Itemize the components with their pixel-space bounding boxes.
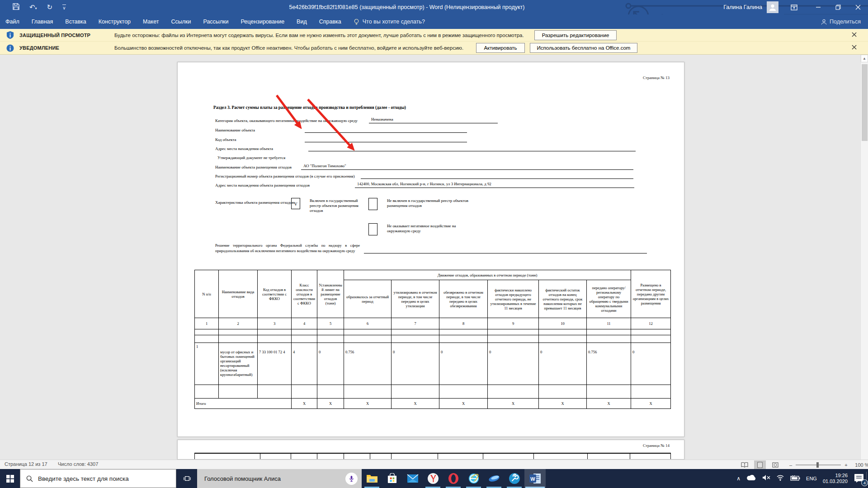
mail-icon[interactable] — [402, 469, 423, 488]
tab-references[interactable]: Ссылки — [171, 19, 191, 25]
minimize-button[interactable] — [808, 0, 828, 14]
activate-button[interactable]: Активировать — [476, 43, 525, 53]
customize-qat-icon[interactable]: ∨ — [62, 5, 66, 10]
scrollbar-thumb[interactable] — [862, 64, 868, 141]
notification-bar: УВЕДОМЛЕНИЕ Большинство возможностей отк… — [0, 42, 868, 55]
microphone-icon[interactable] — [345, 473, 358, 485]
volume-muted-icon[interactable] — [762, 474, 770, 483]
search-input[interactable] — [38, 475, 160, 482]
task-view-icon[interactable] — [177, 469, 197, 488]
save-icon[interactable] — [13, 3, 19, 11]
field-approving-doc: Утверждающий документ не требуется — [178, 155, 675, 162]
action-center-icon[interactable]: 4 — [854, 473, 865, 484]
tab-insert[interactable]: Вставка — [65, 19, 86, 25]
col-header-2: Наименование вида отходов — [219, 270, 258, 318]
microsoft-store-icon[interactable] — [382, 469, 402, 488]
web-layout-icon[interactable] — [769, 460, 781, 469]
table-header-row: N п/п Наименование вида отходов Код отхо… — [195, 270, 671, 280]
avatar[interactable] — [767, 1, 778, 13]
zoom-in-icon[interactable]: + — [844, 462, 847, 468]
window-title: 5e426b39f1fbc82f1f081e85 (защищенный про… — [136, 0, 678, 14]
protected-view-text: Будьте осторожны: файлы из Интернета мог… — [114, 33, 524, 38]
col-header-10: фактический остаток отходов на конец отч… — [539, 280, 587, 318]
col-header-1: N п/п — [195, 270, 219, 318]
tab-design[interactable]: Конструктор — [99, 19, 131, 25]
word-count[interactable]: Число слов: 4307 — [58, 461, 98, 467]
field-category-value: Неназначена — [369, 117, 498, 123]
field-facility-name-value: АО "Полигон Тимохово" — [301, 164, 633, 170]
onedrive-cloud-icon[interactable] — [746, 474, 756, 483]
col-header-7: утилизировано в отчетном периоде, в том … — [392, 280, 439, 318]
zoom-slider-thumb[interactable] — [816, 462, 819, 468]
tab-view[interactable]: Вид — [297, 19, 307, 25]
taskbar-search[interactable] — [20, 469, 176, 488]
undo-icon[interactable]: ↶▾ — [29, 3, 37, 11]
tab-file[interactable]: Файл — [5, 19, 19, 25]
protected-view-bar: ЗАЩИЩЕННЫЙ ПРОСМОТР Будьте осторожны: фа… — [0, 29, 868, 42]
ribbon-display-options-icon[interactable] — [785, 0, 803, 14]
col-header-6: образовалось за отчетный период — [344, 280, 392, 318]
tray-expand-icon[interactable]: ∧ — [736, 475, 741, 482]
table-data-row: 1 мусор от офисных и бытовых помещений о… — [195, 343, 671, 385]
checkbox-not-in-registry[interactable] — [368, 198, 377, 210]
close-notification-bar-icon[interactable] — [852, 45, 858, 51]
page-number-label: Страница № 13 — [643, 75, 670, 80]
battery-icon[interactable] — [790, 474, 800, 483]
system-tray: ∧ ENG 19:26 01.03.2020 4 — [736, 469, 865, 488]
column-numbers-row: 1 2 3 4 5 6 7 8 9 10 11 12 — [195, 318, 671, 329]
clock[interactable]: 19:26 01.03.2020 — [823, 473, 848, 484]
field-object-code: Код объекта — [178, 137, 675, 144]
document-area: Страница № 13 Раздел 3. Расчет суммы пла… — [0, 55, 868, 460]
support-tool-icon[interactable] — [504, 469, 524, 488]
show-desktop-button[interactable] — [866, 472, 868, 485]
tab-help[interactable]: Справка — [319, 19, 341, 25]
close-button[interactable] — [848, 0, 868, 14]
blue-swoosh-app-icon[interactable] — [484, 469, 504, 488]
file-explorer-icon[interactable] — [362, 469, 382, 488]
tab-layout[interactable]: Макет — [143, 19, 159, 25]
notification-text: Большинство возможностей отключены, так … — [114, 45, 463, 51]
wifi-icon[interactable] — [776, 474, 784, 483]
user-name[interactable]: Галина Галина — [723, 4, 762, 10]
ribbon-tab-bar: Файл Главная Вставка Конструктор Макет С… — [0, 14, 868, 29]
use-free-office-button[interactable]: Использовать бесплатно на Office.com — [530, 43, 637, 53]
info-icon — [6, 44, 14, 52]
close-protected-bar-icon[interactable] — [852, 32, 858, 38]
checkbox-in-registry[interactable]: V — [291, 198, 300, 209]
start-button[interactable] — [0, 469, 20, 488]
checkbox-no-negative-impact[interactable] — [368, 223, 377, 235]
search-icon — [26, 475, 33, 482]
next-page-table-top — [194, 453, 671, 460]
field-facility-name: Наименование объекта размещения отходов … — [178, 165, 675, 172]
opera-icon[interactable] — [443, 469, 463, 488]
zoom-slider[interactable] — [796, 465, 841, 465]
print-layout-icon[interactable] — [754, 460, 766, 469]
word-app-icon[interactable]: W — [524, 469, 546, 488]
scroll-up-icon[interactable]: ▲ — [861, 55, 868, 62]
field-object-address: Адрес места нахождения объекта — [178, 146, 675, 153]
enable-editing-button[interactable]: Разрешить редактирование — [534, 30, 617, 40]
tab-mailings[interactable]: Рассылки — [203, 19, 228, 25]
language-indicator[interactable]: ENG — [806, 476, 817, 481]
zoom-out-icon[interactable]: – — [789, 462, 792, 468]
zoom-level[interactable]: 100 % — [851, 462, 868, 468]
alisa-voice-assistant[interactable]: Голосовой помощник Алиса — [197, 469, 362, 488]
tell-me-box[interactable]: Что вы хотите сделать? — [354, 19, 425, 25]
decision-paragraph: Решение территориального органа Федераль… — [215, 243, 360, 253]
tab-home[interactable]: Главная — [32, 19, 53, 25]
col-header-9: фактически накоплено отходов предыдущего… — [488, 280, 539, 318]
yandex-browser-icon[interactable] — [423, 469, 443, 488]
vertical-scrollbar[interactable]: ▲ — [860, 55, 868, 460]
total-label: Итого — [195, 399, 292, 409]
person-icon — [821, 19, 827, 25]
internet-explorer-icon[interactable] — [463, 469, 484, 488]
read-mode-icon[interactable] — [739, 460, 750, 469]
tab-review[interactable]: Рецензирование — [241, 19, 285, 25]
page-indicator[interactable]: Страница 12 из 17 — [5, 461, 47, 467]
redo-icon[interactable]: ↻ — [47, 3, 53, 11]
document-page-13: Страница № 13 Раздел 3. Расчет суммы пла… — [177, 62, 684, 437]
share-button[interactable]: Поделиться — [821, 14, 861, 29]
table-empty-row — [195, 453, 671, 460]
restore-button[interactable] — [828, 0, 848, 14]
field-reg-number-value — [361, 173, 633, 179]
